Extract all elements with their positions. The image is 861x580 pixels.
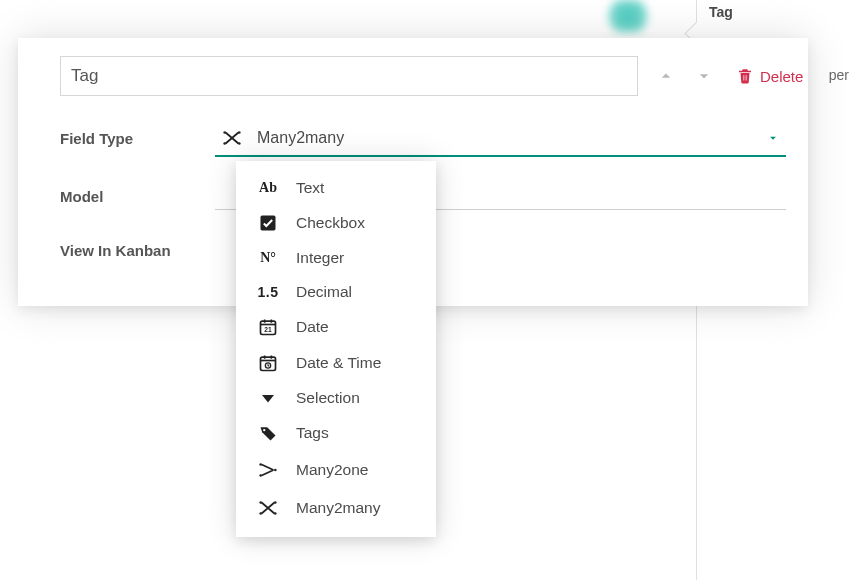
checkbox-icon [256, 213, 280, 233]
svg-text:21: 21 [264, 326, 272, 333]
dropdown-option-label: Integer [296, 249, 344, 267]
dropdown-option-label: Text [296, 179, 324, 197]
dropdown-option-label: Checkbox [296, 214, 365, 232]
header-row: Delete [60, 56, 786, 96]
move-up-button[interactable] [656, 66, 676, 86]
dropdown-option-label: Many2one [296, 461, 368, 479]
dropdown-option-checkbox[interactable]: Checkbox [236, 205, 436, 241]
caret-down-icon [766, 131, 780, 145]
dropdown-option-date[interactable]: 21 Date [236, 309, 436, 345]
decimal-icon: 1.5 [256, 284, 280, 300]
datetime-icon [256, 353, 280, 373]
dropdown-option-label: Many2many [296, 499, 380, 517]
field-type-row: Field Type Many2many Ab Text [60, 116, 786, 162]
field-name-input[interactable] [60, 56, 638, 96]
dropdown-option-label: Selection [296, 389, 360, 407]
tags-icon [256, 423, 280, 443]
field-type-label: Field Type [60, 130, 215, 148]
field-type-dropdown: Ab Text Checkbox N° Integer 1.5 Decimal [236, 161, 436, 537]
dropdown-option-label: Decimal [296, 283, 352, 301]
delete-label: Delete [760, 68, 803, 85]
view-in-kanban-label: View In Kanban [60, 242, 215, 260]
dropdown-option-selection[interactable]: Selection [236, 381, 436, 415]
delete-button[interactable]: Delete [736, 67, 803, 85]
right-panel-per-text: per [829, 67, 849, 83]
many2many-icon [256, 497, 280, 519]
dropdown-option-text[interactable]: Ab Text [236, 171, 436, 205]
dropdown-option-label: Date [296, 318, 329, 336]
field-type-select[interactable]: Many2many [215, 121, 786, 157]
dropdown-option-decimal[interactable]: 1.5 Decimal [236, 275, 436, 309]
chevron-up-icon [656, 66, 676, 86]
dropdown-option-datetime[interactable]: Date & Time [236, 345, 436, 381]
dropdown-option-integer[interactable]: N° Integer [236, 241, 436, 275]
selection-icon [256, 389, 280, 407]
field-editor-card: Delete Field Type Many2many Ab Text [18, 38, 808, 306]
dropdown-option-tags[interactable]: Tags [236, 415, 436, 451]
move-down-button[interactable] [694, 66, 714, 86]
field-type-selected-text: Many2many [257, 129, 344, 147]
trash-icon [736, 67, 754, 85]
many2many-icon [219, 127, 245, 149]
decorative-blob [605, 0, 651, 32]
dropdown-option-label: Date & Time [296, 354, 381, 372]
chevron-down-icon [694, 66, 714, 86]
svg-point-9 [263, 429, 265, 431]
integer-icon: N° [256, 250, 280, 266]
model-label: Model [60, 188, 215, 206]
many2one-icon [256, 459, 280, 481]
dropdown-option-label: Tags [296, 424, 329, 442]
svg-point-12 [274, 469, 277, 472]
right-panel-title: Tag [709, 4, 849, 20]
date-icon: 21 [256, 317, 280, 337]
text-icon: Ab [256, 180, 280, 196]
dropdown-option-many2one[interactable]: Many2one [236, 451, 436, 489]
dropdown-option-many2many[interactable]: Many2many [236, 489, 436, 527]
